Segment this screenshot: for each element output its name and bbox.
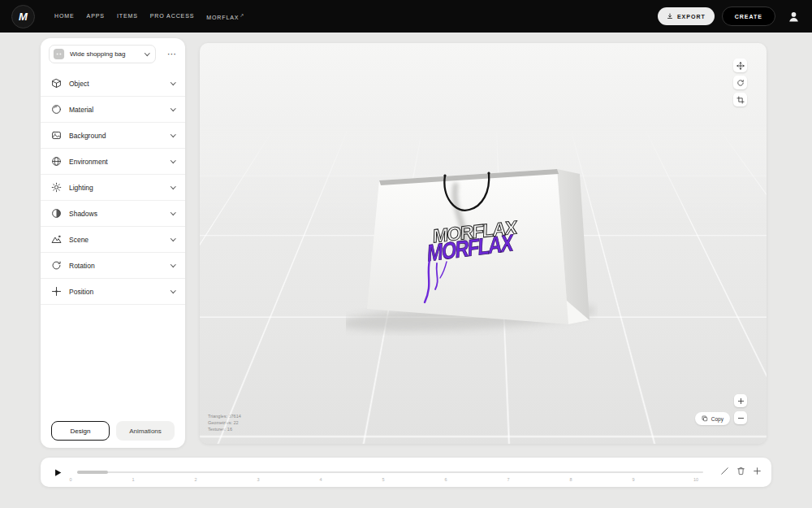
play-button[interactable] [52,466,63,479]
perspective-grid-floor [200,43,767,131]
download-icon [667,13,673,20]
crop-tool-button[interactable] [733,93,747,106]
ease-curve-button[interactable] [720,467,729,475]
stat-geometries: Geometries: 22 [208,419,241,426]
design-tab-button[interactable]: Design [51,421,110,441]
chevron-down-icon [171,80,175,85]
section-label: Shadows [69,210,97,218]
panel-footer: Design Animations [41,421,185,441]
animations-tab-button[interactable]: Animations [116,421,175,441]
timeline-track[interactable] [77,471,703,473]
tick-label: 9 [630,477,637,482]
trash-icon [736,467,745,475]
zoom-out-button[interactable] [734,411,747,424]
sidebar-item-environment[interactable]: Environment [41,149,185,175]
timeline-ticks: 0 1 2 3 4 5 6 7 8 9 10 [67,477,699,482]
material-sphere-icon [51,104,62,115]
stat-triangles: Triangles: 37614 [208,413,241,419]
viewport-tools [733,59,747,106]
chevron-down-icon [145,50,149,55]
sidebar-item-lighting[interactable]: Lighting [41,175,185,201]
chevron-down-icon [171,106,175,111]
timeline-actions [720,467,762,475]
stat-textures: Textures: 16 [208,426,241,432]
crop-icon [736,96,745,104]
sidebar-item-object[interactable]: Object [41,71,185,97]
timeline-bar: 0 1 2 3 4 5 6 7 8 9 10 [41,458,771,487]
preset-row: Wide shopping bag ⋯ [49,45,177,63]
rotate-arrow-icon [51,260,62,271]
plus-icon [737,397,745,405]
tick-label: 8 [568,477,574,482]
nav-apps[interactable]: APPS [87,13,105,19]
shopping-bag-render[interactable]: MORFLAX MORFLAX [346,161,598,336]
sidebar-item-position[interactable]: Position [41,279,185,305]
sidebar-item-rotation[interactable]: Rotation [41,253,185,279]
delete-keyframe-button[interactable] [736,467,745,475]
create-button[interactable]: CREATE [722,7,775,26]
mesh-stats: Triangles: 37614 Geometries: 22 Textures… [208,413,241,432]
chevron-down-icon [171,132,175,137]
chevron-down-icon [171,210,175,215]
section-label: Rotation [69,262,95,270]
settings-panel: Wide shopping bag ⋯ Object Material Back… [41,38,185,448]
globe-icon [51,156,62,167]
move-icon [736,62,745,70]
external-link-icon: ↗ [240,13,244,18]
chevron-down-icon [171,288,175,293]
settings-sections: Object Material Background Environment [41,71,185,305]
copy-label: Copy [711,416,723,422]
crosshair-position-icon [51,286,62,297]
play-icon [54,467,63,478]
sidebar-item-scene[interactable]: Scene [41,227,185,253]
export-label: EXPORT [677,14,706,20]
section-label: Position [69,288,93,296]
copy-button[interactable]: Copy [695,412,730,425]
section-label: Lighting [69,184,93,192]
tick-label: 7 [505,477,512,482]
sidebar-item-shadows[interactable]: Shadows [41,201,185,227]
zoom-controls [734,394,747,424]
timeline-scrub-handle[interactable] [77,471,108,474]
morflax-logo[interactable]: M [11,5,35,28]
ease-curve-icon [720,467,729,475]
image-icon [51,130,62,141]
sidebar-item-material[interactable]: Material [41,97,185,123]
topbar-actions: EXPORT CREATE [658,7,801,26]
preset-thumbnail-icon [53,48,65,60]
reset-rotation-button[interactable] [733,76,747,89]
export-button[interactable]: EXPORT [658,7,715,25]
tick-label: 0 [67,477,74,482]
preset-menu-button[interactable]: ⋯ [167,50,177,59]
copy-icon [702,415,708,422]
preset-dropdown[interactable]: Wide shopping bag [49,45,156,63]
sidebar-item-background[interactable]: Background [41,123,185,149]
cube-icon [51,78,62,89]
plus-icon [753,467,762,475]
nav-morflax-label: MORFLAX [206,15,239,20]
tick-label: 2 [192,477,199,482]
move-tool-button[interactable] [733,59,747,72]
section-label: Material [69,106,93,114]
person-icon [788,11,800,23]
nav-pro-access[interactable]: PRO ACCESS [150,13,195,19]
user-avatar[interactable] [786,9,801,24]
zoom-in-button[interactable] [734,394,747,407]
nav-items[interactable]: ITEMS [117,13,138,19]
viewport-3d-canvas[interactable]: MORFLAX MORFLAX Triangl [200,43,767,444]
minus-icon [737,415,745,422]
section-label: Environment [69,158,108,166]
section-label: Scene [69,236,89,244]
sun-icon [51,182,62,193]
mountain-scene-icon [51,234,62,245]
tick-label: 6 [443,477,449,482]
logo-letter: M [19,11,28,23]
chevron-down-icon [171,158,175,163]
tick-label: 10 [693,477,699,482]
nav-morflax-external[interactable]: MORFLAX↗ [206,12,244,20]
add-keyframe-button[interactable] [753,467,762,475]
chevron-down-icon [171,184,175,189]
main-nav: HOME APPS ITEMS PRO ACCESS MORFLAX↗ [54,12,244,20]
nav-home[interactable]: HOME [54,13,75,19]
chevron-down-icon [171,236,175,241]
